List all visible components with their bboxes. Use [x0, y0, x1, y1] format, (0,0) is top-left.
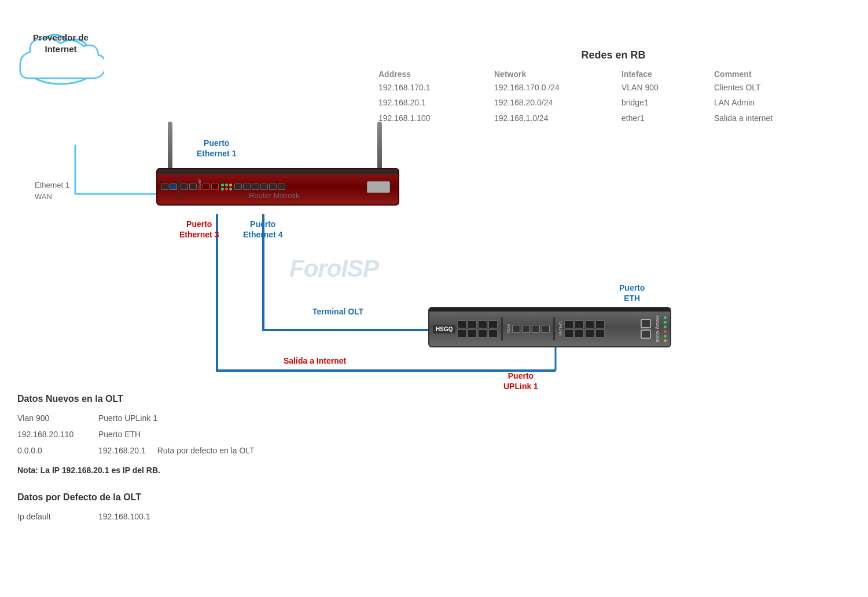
olt-rj45-group: [512, 325, 550, 333]
olt-sep1: [501, 317, 503, 340]
olt-led4: [664, 330, 667, 333]
olt-device: HSGQ: [428, 307, 671, 350]
redes-row2-address: 192.168.20.1: [376, 95, 492, 110]
datos-nuevos-row3: 0.0.0.0 192.168.20.1 Ruta por defecto en…: [17, 442, 307, 459]
datos-defecto-col1: Ip default: [17, 508, 87, 525]
olt-sfp14: [575, 329, 584, 338]
led-green3: [221, 188, 224, 191]
router-port-eth6: [243, 184, 251, 190]
salida-internet-label: Salida a Internet: [284, 356, 346, 365]
olt-sfp8: [488, 329, 498, 338]
router-separator1: [178, 178, 179, 196]
olt-sfp10: [575, 320, 584, 328]
datos-defecto-row1: Ip default 192.168.100.1: [17, 508, 249, 525]
olt-sfp13: [564, 329, 573, 338]
router-port-eth3: [203, 184, 210, 190]
olt-sfp1: [457, 320, 466, 328]
redes-header-address: Address: [376, 68, 492, 80]
datos-row3-col1: 0.0.0.0: [17, 442, 87, 459]
olt-led-col: [664, 316, 667, 342]
datos-nuevos-nota: Nota: La IP 192.168.20.1 es IP del RB.: [17, 462, 307, 478]
olt-led2: [664, 321, 667, 324]
datos-defecto-panel: Datos por Defecto de la OLT Ip default 1…: [17, 492, 249, 525]
router-top-strip: [157, 169, 398, 174]
olt-rj45-1: [512, 325, 520, 333]
port-eth3-label: Puerto Ethernet 3: [179, 219, 219, 240]
olt-led1: [664, 316, 667, 319]
datos-row3-col3: Ruta por defecto en la OLT: [157, 442, 255, 459]
datos-row2-col1: 192.168.20.110: [17, 426, 87, 442]
row3-address-text: 192.168.1.100: [378, 113, 431, 123]
olt-sfp11: [585, 320, 594, 328]
router-port-eth4: [211, 184, 219, 190]
redes-row3-interface: ether1: [619, 111, 712, 126]
redes-row2-interface: bridge1: [619, 95, 712, 110]
olt-sfp12: [595, 320, 605, 328]
olt-led3: [664, 325, 667, 328]
row1-comment-text: Clientes OLT: [714, 83, 761, 92]
olt-pon-label: PON: [506, 324, 510, 333]
datos-defecto-col2: 192.168.100.1: [98, 508, 150, 525]
led-green4: [229, 188, 232, 191]
olt-sfp15: [585, 329, 594, 338]
router-port-eth2: [189, 184, 197, 190]
redes-rb-title-text: Redes en RB: [581, 49, 645, 61]
datos-row1-col1: Vlan 900: [17, 410, 87, 426]
datos-nuevos-title: Datos Nuevos en la OLT: [17, 394, 307, 404]
router-divider: GIGABIT: [198, 178, 201, 196]
datos-defecto-grid: Ip default 192.168.100.1: [17, 508, 249, 525]
olt-sfp2: [468, 320, 477, 328]
row1-interface-text: VLAN 900: [621, 83, 659, 92]
row1-address-text: 192.168.170.1: [378, 83, 431, 92]
redes-header-comment: Comment: [712, 68, 827, 80]
eth1-wan-label: Ethernet 1 WAN: [35, 180, 69, 202]
redes-row3-address: 192.168.1.100: [376, 111, 492, 126]
datos-row1-col2: Puerto UPLink 1: [98, 410, 157, 426]
row3-interface-text: ether1: [621, 113, 645, 123]
olt-sep2: [553, 317, 555, 340]
router-port-sfp: [170, 184, 177, 190]
terminal-olt-text: Terminal OLT: [312, 307, 363, 316]
olt-model-label: HSGQ-G008: [655, 316, 660, 342]
olt-sfp5: [457, 329, 466, 338]
router-label: Router Mikrotik: [249, 191, 299, 200]
router-led-cluster: [221, 184, 232, 191]
olt-eth-port: [641, 319, 651, 328]
redes-rb-title: Redes en RB: [376, 49, 851, 61]
eth1-port-line2: Ethernet 1: [197, 149, 236, 158]
eth3-port-line2: Ethernet 3: [179, 230, 219, 239]
datos-defecto-title: Datos por Defecto de la OLT: [17, 492, 249, 503]
header-network-text: Network: [494, 69, 526, 79]
redes-header-network: Network: [492, 68, 619, 80]
watermark-text: ForoISP: [289, 255, 378, 282]
olt-eth-line2: ETH: [624, 294, 640, 303]
cloud-label-line2: Internet: [45, 44, 76, 54]
olt-uplink-line2: UPLink 1: [503, 382, 538, 391]
olt-sfp16: [595, 329, 605, 338]
olt-rj45-3: [532, 325, 540, 333]
olt-eth-line1: Puerto: [619, 283, 645, 292]
olt-led5: [664, 335, 667, 338]
led-orange1: [229, 184, 232, 186]
eth3-port-line1: Puerto: [186, 219, 212, 229]
eth1-port-line1: Puerto: [204, 138, 229, 148]
led-green1: [221, 184, 224, 186]
port-eth-olt-label: Puerto ETH: [619, 283, 645, 303]
datos-nuevos-panel: Datos Nuevos en la OLT Vlan 900 Puerto U…: [17, 394, 307, 478]
datos-defecto-title-text: Datos por Defecto de la OLT: [17, 492, 141, 502]
redes-row1-interface: VLAN 900: [619, 80, 712, 95]
port-eth4-label: Puerto Ethernet 4: [243, 219, 282, 240]
header-address-text: Address: [378, 69, 411, 79]
olt-uplink-front-label: UPLINK: [558, 321, 562, 336]
olt-sfp4: [488, 320, 498, 328]
router-port-eth9: [269, 184, 277, 190]
redes-row1-address: 192.168.170.1: [376, 80, 492, 95]
olt-sfp-group2: [564, 320, 605, 338]
router-port-eth8: [260, 184, 268, 190]
ethernet1-text: Ethernet 1: [35, 181, 69, 189]
row2-comment-text: LAN Admin: [714, 98, 755, 107]
router-antenna-left: [168, 122, 172, 171]
cloud-label: Proveedor de Internet: [20, 32, 101, 54]
datos-nuevos-title-text: Datos Nuevos en la OLT: [17, 394, 123, 404]
router-port-eth10: [278, 184, 285, 190]
